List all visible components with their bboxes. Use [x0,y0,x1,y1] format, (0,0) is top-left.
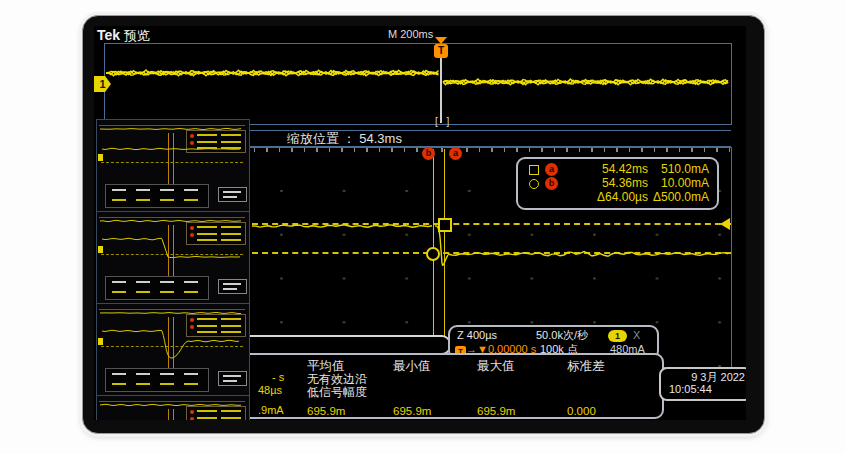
horizontal-scale-readout: M 200ms [388,28,433,40]
thumb-cursor-line [173,225,174,281]
scope-thumbnail-1[interactable] [96,119,250,212]
partial-value-1: - s [272,371,284,383]
scope-thumbnail-3[interactable] [96,303,250,396]
thumb-cursor-line [168,133,169,189]
sample-rate-readout: 50.0k次/秒 [536,329,588,342]
thumb-channel-marker [98,338,103,345]
thumb-cursor-line [173,317,174,373]
zoom-scale-readout: Z 400µs [457,329,497,342]
thumb-meas-table [105,184,209,208]
thumb-datetime-box [218,279,247,294]
zoom-position-value: 54.3ms [359,131,402,146]
partial-value-3: .9mA [258,404,284,416]
thumb-cursor-line [173,133,174,189]
scope-bezel: Tek预览 M 200ms T 1 [ ] 缩放位置 ： 54.3ms b a [82,15,765,434]
overview-window [104,43,732,125]
thumb-cursor-line [168,317,169,373]
cursor-a-badge[interactable]: a [449,147,462,160]
cursor-a-row-badge: a [545,163,558,176]
thumb-cursor-line [168,409,169,420]
thumb-cursor-level [101,254,243,255]
stat-stddev-value: 0.000 [567,405,596,417]
thumb-topbar [99,217,245,218]
circle-marker-icon [529,179,539,189]
cursor-b-level-line[interactable] [252,252,731,254]
thumb-cursor-line [168,225,169,281]
cursor-a-row: a 54.42ms 510.0mA [518,162,717,177]
col-header-min: 最小值 [393,358,431,375]
cursor-a-line[interactable] [444,149,445,341]
cursor-delta-row: Δ64.00µs Δ500.0mA [518,190,717,205]
brand-text: Tek [97,27,120,43]
time-readout: 10:05:44 [669,383,712,395]
cursor-b-circle-marker[interactable] [426,247,440,261]
thumb-readout-box [186,406,246,420]
trigger-marker-badge[interactable]: T [434,44,448,58]
channel-symbol: X [633,329,640,341]
partial-value-2: 48µs [258,384,282,396]
cursor-b-badge[interactable]: b [422,147,435,160]
trigger-marker-arrow-icon[interactable] [435,37,447,44]
channel-1-badge[interactable]: 1 [608,330,627,342]
thumb-datetime-box [218,187,247,202]
message-low-amplitude: 低信号幅度 [307,384,367,401]
reference-level-arrow-icon [720,218,730,230]
brand-logo: Tek预览 [97,27,150,45]
cursor-readout-box: a 54.42ms 510.0mA b 54.36ms 10.00mA Δ64.… [516,157,719,210]
status-bar-empty [238,335,451,355]
thumb-channel-marker [98,246,103,253]
scope-screen: Tek预览 M 200ms T 1 [ ] 缩放位置 ： 54.3ms b a [94,26,746,420]
stat-max-value: 695.9m [477,405,515,417]
oscilloscope-screenshot: Tek预览 M 200ms T 1 [ ] 缩放位置 ： 54.3ms b a [0,0,845,454]
cursor-b-row-badge: b [545,177,558,190]
zoom-position-readout: 缩放位置 ： 54.3ms [287,130,402,148]
scope-thumbnail-2[interactable] [96,211,250,304]
thumb-datetime-box [218,371,247,386]
thumb-meas-table [105,368,209,392]
col-header-max: 最大值 [477,358,515,375]
scope-thumbnail-4[interactable] [96,395,250,420]
datetime-box: 9 3月 2022 10:05:44 [659,367,746,401]
thumb-topbar [99,125,245,126]
zoom-window-bracket-icon[interactable]: [ ] [435,116,452,127]
zoom-position-label: 缩放位置 ： [287,131,356,146]
square-marker-icon [529,165,539,175]
cursor-delta-amplitude: Δ500.0mA [629,190,709,205]
cursor-b-amplitude: 10.00mA [629,176,709,191]
stat-min-value: 695.9m [393,405,431,417]
thumb-meas-table [105,276,209,300]
cursor-b-line[interactable] [433,149,434,341]
thumb-topbar [99,401,245,402]
mode-label: 预览 [124,28,150,43]
col-header-stddev: 标准差 [567,358,605,375]
cursor-b-row: b 54.36ms 10.00mA [518,176,717,191]
measurement-table: 平均值 最小值 最大值 标准差 - s 48µs .9mA 无有效边沿 低信号幅… [234,353,664,419]
thumb-topbar [99,309,245,310]
thumb-cursor-level [101,346,243,347]
thumb-channel-marker [98,154,103,161]
cursor-a-amplitude: 510.0mA [629,162,709,177]
cursor-a-level-line[interactable] [252,223,731,225]
thumb-readout-box [186,130,246,153]
thumb-readout-box [186,314,246,337]
thumb-readout-box [186,222,246,245]
channel-scale-badge[interactable]: 1X [608,329,640,342]
cursor-a-square-marker[interactable] [438,218,452,232]
stat-mean-value: 695.9m [307,405,345,417]
thumb-cursor-level [101,162,243,163]
thumb-cursor-line [173,409,174,420]
